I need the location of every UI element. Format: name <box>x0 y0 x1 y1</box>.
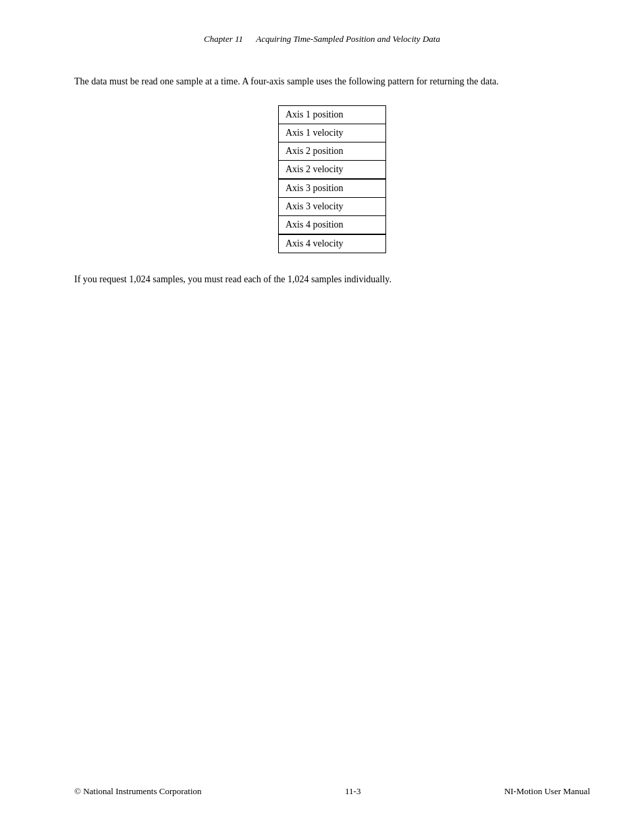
table-row: Axis 2 position <box>279 142 386 161</box>
intro-paragraph: The data must be read one sample at a ti… <box>74 74 590 89</box>
table-row: Axis 4 position <box>279 216 386 235</box>
page: Chapter 11 Acquiring Time-Sampled Positi… <box>0 0 644 834</box>
table-row: Axis 3 velocity <box>279 198 386 216</box>
footer-copyright: © National Instruments Corporation <box>74 786 202 797</box>
chapter-label: Chapter <box>204 34 233 44</box>
follow-paragraph: If you request 1,024 samples, you must r… <box>74 272 590 287</box>
page-footer: © National Instruments Corporation 11-3 … <box>74 786 590 797</box>
table-cell: Axis 4 position <box>279 216 386 235</box>
table-cell: Axis 2 position <box>279 142 386 161</box>
table-cell: Axis 3 position <box>279 179 386 198</box>
table-cell: Axis 1 velocity <box>279 124 386 142</box>
table-cell: Axis 3 velocity <box>279 198 386 216</box>
chapter-number: 11 <box>235 34 254 44</box>
table-row: Axis 3 position <box>279 179 386 198</box>
chapter-title: Acquiring Time-Sampled Position and Velo… <box>256 34 440 44</box>
table-container: Axis 1 position Axis 1 velocity Axis 2 p… <box>74 105 590 253</box>
table-row: Axis 1 velocity <box>279 124 386 142</box>
table-cell: Axis 2 velocity <box>279 161 386 180</box>
table-row: Axis 4 velocity <box>279 234 386 253</box>
footer-manual-title: NI-Motion User Manual <box>504 786 590 797</box>
page-header: Chapter 11 Acquiring Time-Sampled Positi… <box>0 34 644 45</box>
table-row: Axis 2 velocity <box>279 161 386 180</box>
table-cell: Axis 1 position <box>279 106 386 124</box>
table-row: Axis 1 position <box>279 106 386 124</box>
table-cell: Axis 4 velocity <box>279 234 386 253</box>
axis-data-table: Axis 1 position Axis 1 velocity Axis 2 p… <box>278 105 386 253</box>
content-area: The data must be read one sample at a ti… <box>74 74 590 288</box>
footer-page-number: 11-3 <box>345 786 360 797</box>
